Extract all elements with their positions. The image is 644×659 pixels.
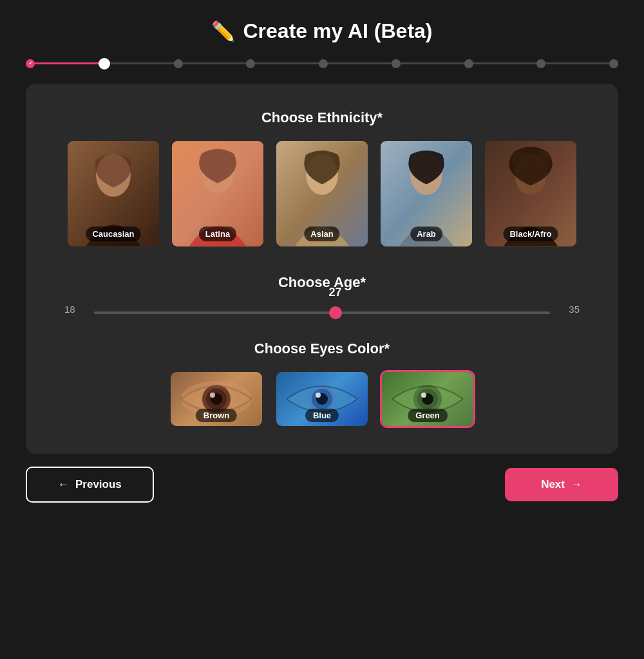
age-min-label: 18 <box>64 304 84 315</box>
progress-step-4[interactable] <box>319 59 328 68</box>
eye-label-brown: Brown <box>196 409 237 422</box>
previous-arrow: ← <box>58 478 69 491</box>
slider-wrapper: 27 <box>94 305 550 314</box>
progress-step-5[interactable] <box>392 59 401 68</box>
progress-step-1[interactable] <box>99 58 110 70</box>
ethnicity-option-blackafro[interactable]: Black/Afro <box>483 139 578 248</box>
slider-track <box>94 311 550 314</box>
ethnicity-label-latina: Latina <box>199 227 236 241</box>
next-arrow: → <box>571 478 582 491</box>
eye-label-blue: Blue <box>305 409 339 422</box>
ethnicity-grid: Caucasian <box>66 139 578 248</box>
previous-button[interactable]: ← Previous <box>26 467 154 503</box>
next-button[interactable]: Next → <box>505 468 618 501</box>
age-max-label: 35 <box>560 304 580 315</box>
svg-point-12 <box>535 151 550 166</box>
progress-track <box>26 62 618 64</box>
progress-step-2[interactable] <box>174 59 183 68</box>
progress-bar <box>26 62 618 64</box>
eye-color-section: Choose Eyes Color* Brown <box>52 340 592 428</box>
age-title: Choose Age* <box>278 274 366 291</box>
progress-step-8[interactable] <box>609 59 618 68</box>
eye-option-brown[interactable]: Brown <box>169 370 264 428</box>
progress-step-6[interactable] <box>464 59 473 68</box>
eye-option-green[interactable]: Green <box>380 370 475 428</box>
age-section: Choose Age* 18 27 35 <box>52 274 592 315</box>
eye-color-grid: Brown Blue <box>169 370 475 428</box>
eye-label-green: Green <box>408 409 448 422</box>
svg-point-21 <box>316 393 321 398</box>
progress-dots <box>26 58 618 70</box>
ethnicity-label-blackafro: Black/Afro <box>503 227 558 241</box>
ethnicity-option-arab[interactable]: Arab <box>379 139 474 248</box>
age-current-value: 27 <box>325 286 346 299</box>
ethnicity-section: Choose Ethnicity* <box>52 109 592 248</box>
ethnicity-label-caucasian: Caucasian <box>86 227 140 241</box>
ethnicity-title: Choose Ethnicity* <box>261 109 383 126</box>
ethnicity-label-asian: Asian <box>304 227 339 241</box>
ethnicity-option-asian[interactable]: Asian <box>274 139 370 248</box>
ethnicity-option-caucasian[interactable]: Caucasian <box>66 139 161 248</box>
title-icon: ✏️ <box>211 20 235 42</box>
svg-point-25 <box>421 393 426 398</box>
page-title: ✏️ Create my AI (Beta) <box>211 19 432 43</box>
eye-option-blue[interactable]: Blue <box>274 370 370 428</box>
title-text: Create my AI (Beta) <box>243 19 432 43</box>
svg-point-11 <box>511 151 526 166</box>
age-slider-container: 18 27 35 <box>52 304 592 315</box>
eye-color-title: Choose Eyes Color* <box>254 340 390 357</box>
progress-step-7[interactable] <box>536 59 545 68</box>
age-range-row: 18 27 35 <box>64 304 580 315</box>
next-label: Next <box>541 478 565 491</box>
progress-step-0[interactable] <box>26 59 35 68</box>
main-card: Choose Ethnicity* <box>26 84 618 454</box>
progress-step-3[interactable] <box>246 59 255 68</box>
navigation-row: ← Previous Next → <box>26 467 618 503</box>
ethnicity-option-latina[interactable]: Latina <box>170 139 265 248</box>
ethnicity-label-arab: Arab <box>410 227 442 241</box>
previous-label: Previous <box>75 478 122 491</box>
svg-point-17 <box>210 393 215 398</box>
